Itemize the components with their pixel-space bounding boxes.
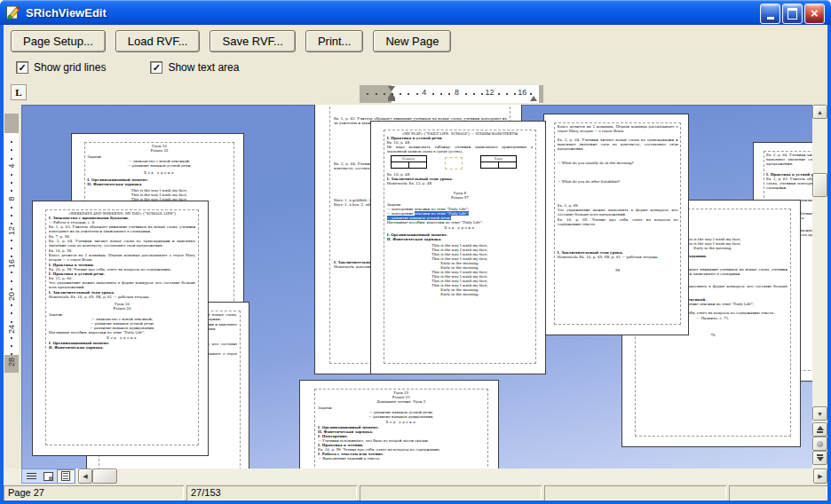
application-window: SRichViewEdit × Page Setup...Load RVF...…	[0, 0, 831, 504]
toolbar: Page Setup...Load RVF...Save RVF...Print…	[4, 30, 451, 55]
window-title: SRichViewEdit	[26, 6, 107, 20]
ruler-tick	[473, 93, 475, 95]
page-layout-icon	[61, 471, 70, 481]
close-button[interactable]: ×	[804, 4, 825, 24]
previous-page-button[interactable]	[812, 422, 827, 437]
horizontal-ruler[interactable]: 481216	[360, 85, 543, 103]
page-top-right[interactable]: Класс делится на 2 команды. Первая коман…	[543, 114, 689, 335]
mini-tables: CountryTown	[391, 155, 534, 169]
next-page-icon	[817, 454, 824, 461]
ruler-tick	[11, 190, 12, 192]
view-mode-buttons	[21, 469, 75, 484]
first-line-indent-marker[interactable]	[388, 86, 395, 91]
normal-view-icon	[27, 473, 36, 480]
toolbar-button-save-rvf[interactable]: Save RVF...	[210, 30, 295, 52]
status-panel-3	[360, 485, 542, 500]
ruler-tick	[11, 345, 12, 347]
ruler-tick	[11, 337, 12, 339]
previous-page-icon	[817, 426, 824, 433]
ruler-tick	[11, 272, 12, 273]
ruler-tick	[465, 93, 467, 95]
title-bar[interactable]: SRichViewEdit ×	[0, 0, 831, 25]
option-label: Show grid lines	[34, 61, 106, 74]
scroll-down-button[interactable]: ▼	[812, 406, 827, 421]
scroll-up-button[interactable]: ▲	[812, 105, 827, 119]
ruler-tick	[11, 312, 12, 314]
close-icon: ×	[811, 6, 819, 20]
horizontal-scroll-thumb[interactable]	[92, 469, 117, 484]
ruler-tick	[11, 280, 12, 282]
checkbox-icon[interactable]: ✓	[16, 61, 28, 74]
web-layout-view-button[interactable]	[40, 469, 57, 483]
ruler-tick	[11, 141, 12, 143]
page-text: Класс делится на 2 команды. Первая коман…	[558, 124, 678, 323]
mini-table-2: Town	[480, 155, 517, 169]
ruler-number: 16	[518, 88, 526, 97]
ruler-tick	[11, 321, 12, 323]
toolbar-button-load-rvf[interactable]: Load RVF...	[115, 30, 201, 52]
ruler-number: 28	[7, 358, 16, 366]
ruler-tick	[11, 207, 12, 209]
checkbox-icon[interactable]: ✓	[150, 61, 162, 74]
page-text: Урок 33Розділ 33Домашнее чтение. Урок 2З…	[318, 390, 484, 469]
ruler-number: 4	[422, 88, 426, 97]
left-indent-marker[interactable]	[388, 98, 395, 101]
ruler-number: 4	[7, 163, 16, 168]
page-left-front[interactable]: «WEEKDAYS AND WEEKEND. MY DAY» (“SCHOOL …	[32, 201, 209, 456]
toolbar-button-print[interactable]: Print...	[305, 30, 364, 52]
ruler-tick	[384, 93, 385, 95]
select-browse-object-button[interactable]	[812, 437, 827, 451]
next-page-button[interactable]	[812, 451, 827, 465]
option-label: Show text area	[168, 61, 239, 74]
page-layout-view-button[interactable]	[57, 469, 74, 483]
ruler-tick	[11, 240, 12, 241]
ruler-tick	[392, 93, 393, 95]
ruler-tick	[367, 93, 368, 95]
ruler-tick	[481, 93, 483, 95]
vertical-ruler[interactable]: 481216202428	[4, 114, 19, 373]
vertical-scroll-thumb[interactable]	[812, 173, 827, 197]
app-icon	[4, 4, 22, 21]
ruler-tick	[11, 174, 12, 176]
ruler-tick	[11, 288, 12, 290]
toolbar-button-new-page[interactable]: New Page	[373, 30, 451, 52]
scroll-right-button[interactable]: ▶	[813, 469, 827, 484]
normal-view-button[interactable]	[23, 469, 40, 483]
ruler-tick	[440, 93, 442, 95]
maximize-icon	[787, 8, 797, 20]
ruler-tick	[11, 248, 12, 249]
tab-alignment-selector[interactable]: L	[11, 84, 27, 100]
vertical-scrollbar[interactable]: ▲ ▼	[812, 105, 827, 469]
ruler-number: 8	[455, 88, 459, 97]
ruler-tick	[376, 93, 377, 95]
client-area: Page Setup...Load RVF...Save RVF...Print…	[4, 25, 827, 500]
web-layout-icon	[44, 472, 53, 481]
minimize-icon	[767, 17, 774, 20]
right-indent-marker[interactable]	[530, 96, 537, 101]
mini-table-1: Country	[391, 155, 427, 169]
scroll-left-button[interactable]: ◀	[78, 469, 92, 484]
status-bar: Page 2727/153	[4, 485, 827, 500]
options-row: ✓Show grid lines✓Show text area	[4, 59, 239, 76]
page-center[interactable]: «MY FLAT» (“DAILY LIFE. SCHOOL”) — ПЛАНЫ…	[370, 121, 546, 374]
page-bottom-center[interactable]: Урок 33Розділ 33Домашнее чтение. Урок 2З…	[299, 380, 499, 469]
option-show-grid-lines[interactable]: ✓Show grid lines	[16, 59, 106, 76]
ruler-margin-top	[4, 114, 19, 133]
minimize-button[interactable]	[760, 4, 780, 24]
status-panel-4	[544, 485, 726, 500]
browse-object-icon	[817, 441, 823, 447]
ruler-tick	[11, 256, 12, 257]
ruler-tick	[514, 93, 516, 95]
ruler-tick	[416, 93, 418, 95]
ruler-number: 12	[485, 88, 494, 97]
ruler-number: 8	[7, 196, 16, 201]
document-canvas[interactable]: Ex. 2, p. 64. Ученики читают новые слова…	[21, 105, 812, 469]
ruler-tick	[408, 93, 409, 95]
status-panel-5	[729, 485, 827, 500]
ruler-tick	[11, 182, 12, 184]
option-show-text-area[interactable]: ✓Show text area	[150, 59, 239, 76]
page-text: «MY FLAT» (“DAILY LIFE. SCHOOL”) — ПЛАНЫ…	[387, 131, 534, 362]
toolbar-button-page-setup[interactable]: Page Setup...	[11, 30, 106, 52]
ruler-number: 12	[7, 226, 16, 235]
maximize-button[interactable]	[782, 4, 803, 24]
